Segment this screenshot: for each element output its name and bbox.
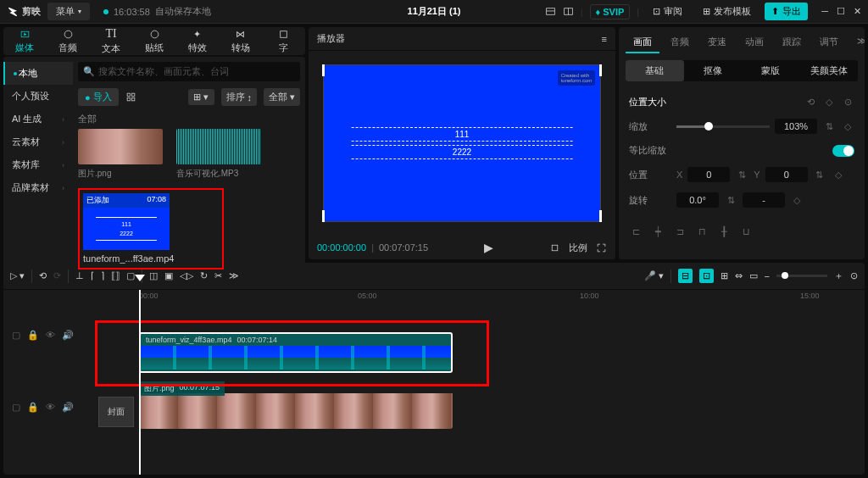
crop-icon[interactable]	[549, 242, 560, 253]
tab-speed[interactable]: 变速	[700, 32, 734, 53]
tab-more[interactable]: ≫	[849, 32, 865, 53]
tab-audio[interactable]: 音频	[47, 27, 90, 55]
rotation-input[interactable]: 0.0°	[676, 192, 719, 208]
align-center-v-icon[interactable]: ╂	[717, 225, 731, 238]
grid-icon[interactable]	[125, 92, 136, 103]
tab-track[interactable]: 跟踪	[775, 32, 809, 53]
video-track-1[interactable]: ▢ 🔒 👁 🔊 tuneform_viz_4ff3ae.mp400:07:07:…	[88, 305, 865, 364]
link-icon[interactable]: ⇔	[735, 270, 743, 281]
track2-eye-icon[interactable]: 👁	[46, 402, 55, 413]
keep-ratio-toggle[interactable]	[832, 145, 854, 157]
source-cloud[interactable]: 云素材›	[3, 131, 73, 153]
scale-keyframe[interactable]: ◇	[841, 119, 854, 133]
magnet-tool-1[interactable]: ⊟	[678, 269, 693, 283]
source-preset[interactable]: 个人预设	[3, 85, 73, 108]
tab-sticker[interactable]: 贴纸	[133, 27, 176, 55]
undo-icon[interactable]: ⟲	[39, 270, 47, 281]
mirror-icon[interactable]: ◁▷	[180, 270, 193, 281]
tab-effects[interactable]: ✦特效	[175, 27, 219, 55]
preview-icon[interactable]: ▭	[749, 270, 758, 281]
export-button[interactable]: ⬆ 导出	[765, 3, 808, 20]
zoom-in-icon[interactable]: ＋	[834, 270, 843, 282]
tab-transition[interactable]: ⋈转场	[219, 27, 262, 55]
media-thumb-audio[interactable]: 音乐可视化.MP3	[176, 129, 261, 180]
svip-badge[interactable]: ♦ SVIP	[590, 4, 631, 19]
ratio-button[interactable]: 比例	[569, 242, 587, 254]
review-button[interactable]: ⊡ 审阅	[646, 3, 689, 20]
zoom-fit-icon[interactable]: ⊙	[850, 270, 858, 281]
source-library[interactable]: 素材库›	[3, 153, 73, 176]
rotation-dash[interactable]: -	[743, 192, 785, 208]
more-tools-icon[interactable]: ≫	[229, 270, 239, 281]
subtab-mask[interactable]: 蒙版	[742, 60, 800, 81]
split-icon[interactable]: ⊥	[75, 270, 84, 281]
publish-template-button[interactable]: ⊞ 发布模板	[696, 3, 758, 20]
subtab-cutout[interactable]: 抠像	[684, 60, 743, 81]
tool-icon-1[interactable]: ◫	[149, 270, 158, 281]
source-local[interactable]: 本地	[3, 62, 73, 85]
scale-slider[interactable]	[676, 125, 770, 128]
player-menu-icon[interactable]: ≡	[602, 34, 607, 44]
scale-stepper[interactable]: ⇅	[822, 119, 836, 133]
trim-right-icon[interactable]: ⌉	[101, 270, 104, 281]
rot-keyframe[interactable]: ◇	[790, 193, 804, 207]
align-top-icon[interactable]: ⊓	[695, 225, 709, 238]
subtab-basic[interactable]: 基础	[626, 60, 684, 81]
mic-icon[interactable]: 🎤 ▾	[644, 270, 664, 281]
cover-button[interactable]: 封面	[98, 397, 134, 427]
settings-icon[interactable]: ⊙	[841, 95, 854, 108]
pos-x-input[interactable]: 0	[687, 167, 730, 182]
redo-icon[interactable]: ⟳	[53, 270, 61, 281]
track-lock-icon[interactable]: 🔒	[27, 330, 39, 341]
rotate-icon[interactable]: ↻	[200, 270, 208, 281]
tab-media[interactable]: 媒体	[3, 27, 47, 55]
tab-font[interactable]: 字	[262, 27, 305, 55]
reset-icon[interactable]: ⟲	[804, 95, 817, 108]
import-button[interactable]: ● 导入	[78, 88, 119, 106]
track2-speaker-icon[interactable]: 🔊	[62, 402, 74, 413]
tab-picture[interactable]: 画面	[626, 32, 659, 53]
track2-lock-icon[interactable]: 🔒	[27, 402, 39, 413]
layout-icon-2[interactable]	[563, 6, 574, 17]
align-left-icon[interactable]: ⊏	[629, 225, 643, 238]
layout-icon-1[interactable]	[545, 6, 556, 17]
play-button[interactable]: ▶	[484, 241, 493, 254]
magnet-tool-2[interactable]: ⊡	[699, 269, 714, 283]
timeline-ruler[interactable]: 00:00 05:00 10:00 15:00	[3, 290, 865, 305]
snap-icon[interactable]: ⊞	[721, 270, 728, 281]
align-center-h-icon[interactable]: ┿	[651, 225, 665, 238]
range-icon[interactable]: ⟦⟧	[111, 270, 120, 281]
source-ai[interactable]: AI 生成›	[3, 108, 73, 131]
track-mute-icon[interactable]: ▢	[12, 330, 20, 341]
sort-button[interactable]: 排序 ↕	[221, 88, 258, 106]
minimize-icon[interactable]: ─	[821, 6, 828, 17]
project-title[interactable]: 11月21日 (1)	[408, 5, 461, 18]
tab-anim[interactable]: 动画	[737, 32, 771, 53]
subtab-beauty[interactable]: 美颜美体	[800, 60, 859, 81]
keyframe-icon[interactable]: ◇	[822, 95, 836, 108]
track-speaker-icon[interactable]: 🔊	[62, 330, 74, 341]
tab-audio-prop[interactable]: 音频	[663, 32, 697, 53]
clip-image[interactable]: 图片.png00:07:07:15	[139, 381, 453, 429]
tool-icon-2[interactable]: ▣	[164, 270, 173, 281]
filter-all-button[interactable]: 全部 ▾	[264, 88, 300, 106]
scale-value[interactable]: 103%	[775, 119, 817, 134]
track-eye-icon[interactable]: 👁	[46, 330, 55, 341]
align-bottom-icon[interactable]: ⊔	[739, 225, 753, 238]
select-tool[interactable]: ▷ ▾	[10, 270, 25, 281]
fullscreen-icon[interactable]	[596, 242, 607, 253]
media-thumb-video[interactable]: 已添加07:08 1112222 tuneform_...ff3ae.mp4	[83, 193, 170, 264]
media-thumb-image[interactable]: 图片.png	[78, 129, 163, 180]
pos-y-input[interactable]: 0	[765, 167, 808, 182]
view-button[interactable]: ⊞ ▾	[188, 89, 214, 105]
tab-text[interactable]: TI文本	[90, 27, 133, 55]
crop-tool-icon[interactable]: ✂	[214, 270, 222, 281]
tab-adjust[interactable]: 调节	[812, 32, 846, 53]
source-brand[interactable]: 品牌素材›	[3, 176, 73, 199]
close-icon[interactable]: ✕	[854, 6, 861, 17]
zoom-out-icon[interactable]: −	[765, 271, 770, 281]
search-input[interactable]: 🔍 搜索文件名称、画面元素、台词	[78, 62, 300, 81]
menu-button[interactable]: 菜单▾	[47, 3, 90, 20]
trim-left-icon[interactable]: ⌈	[91, 270, 94, 281]
clip-video[interactable]: tuneform_viz_4ff3ae.mp400:07:07:14	[139, 332, 453, 373]
